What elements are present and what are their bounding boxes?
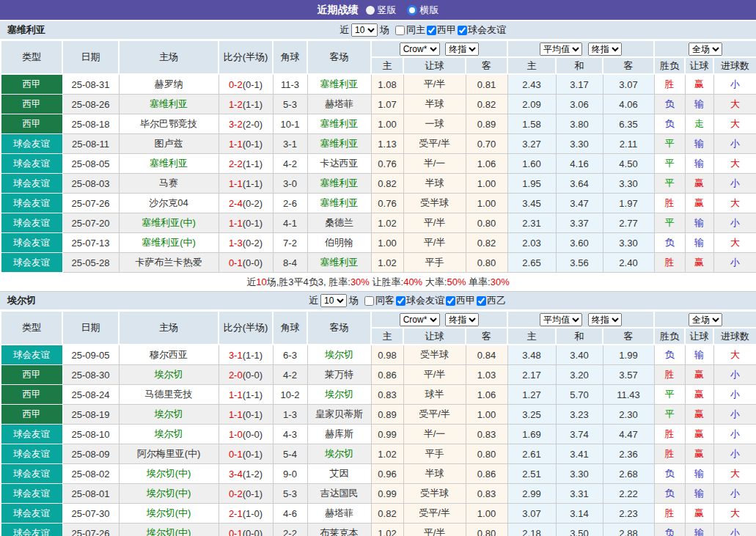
checkbox-input[interactable]: [427, 26, 436, 35]
filter-checkbox[interactable]: 西甲: [444, 294, 475, 307]
avg-type-select[interactable]: 平均值: [540, 43, 582, 56]
same-venue-checkbox[interactable]: [364, 296, 374, 306]
avg-draw-odds: 3.37: [556, 213, 603, 233]
away-team-link[interactable]: 布莱克本: [307, 524, 371, 536]
sub-header-handicap-result: 让球: [685, 57, 713, 74]
odds-away: 0.80: [466, 253, 507, 273]
home-team-link[interactable]: 穆尔西亚: [119, 345, 219, 365]
checkbox-label: 球会友谊: [406, 294, 444, 307]
recent-count-select[interactable]: 10: [320, 294, 347, 307]
home-team-link[interactable]: 马德里竞技: [119, 385, 219, 405]
avg-type-select[interactable]: 平均值: [540, 313, 582, 326]
corner-cell: 10-1: [273, 114, 307, 134]
match-row: 球会友谊25-07-26埃尔切(中)0-1(0-0)2-2布莱克本1.02平/半…: [1, 524, 756, 536]
vertical-layout-radio[interactable]: 竖版: [366, 4, 397, 17]
horizontal-layout-radio[interactable]: 横版: [407, 4, 439, 17]
result-outcome: 胜: [654, 74, 685, 95]
result-handicap: 赢: [685, 385, 713, 405]
result-handicap: 输: [685, 154, 713, 174]
away-team-link[interactable]: 埃尔切: [307, 345, 371, 365]
scope-select[interactable]: 全场: [689, 313, 722, 326]
home-team-link[interactable]: 沙尔克04: [119, 194, 219, 213]
avg-stage-select[interactable]: 终指: [588, 313, 622, 326]
away-team-link[interactable]: 皇家贝蒂斯: [307, 405, 371, 425]
radio-selected-icon[interactable]: [407, 5, 417, 15]
odds-provider-select[interactable]: Crow*: [400, 313, 440, 326]
home-team-link[interactable]: 埃尔切(中): [119, 504, 219, 524]
match-date: 25-08-10: [62, 425, 119, 444]
away-team-link[interactable]: 吉达国民: [307, 484, 371, 504]
home-team-link[interactable]: 埃尔切(中): [119, 524, 219, 536]
handicap-line: 受半球: [403, 484, 466, 504]
away-team-link[interactable]: 塞维利亚: [307, 174, 371, 194]
home-team-link[interactable]: 塞维利亚(中): [119, 233, 219, 253]
checkbox-input[interactable]: [396, 296, 405, 306]
away-team-link[interactable]: 艾因: [307, 464, 371, 484]
summary-text: 近: [246, 276, 256, 287]
home-team-link[interactable]: 毕尔巴鄂竞技: [119, 114, 219, 134]
checkbox-input[interactable]: [458, 26, 467, 35]
avg-away-odds: 6.35: [603, 114, 654, 134]
odds-home: 1.07: [371, 95, 403, 114]
home-team-link[interactable]: 马赛: [119, 174, 219, 194]
home-team-link[interactable]: 埃尔切: [119, 405, 219, 425]
away-team-link[interactable]: 塞维利亚: [307, 134, 371, 154]
checkbox-input[interactable]: [446, 296, 455, 306]
odds-stage-select[interactable]: 终指: [445, 313, 479, 326]
away-team-link[interactable]: 赫库斯: [307, 425, 371, 444]
filter-checkbox[interactable]: 西乙: [475, 294, 506, 307]
home-team-link[interactable]: 赫罗纳: [119, 74, 219, 95]
filter-checkbox[interactable]: 西甲: [425, 23, 456, 37]
scope-select[interactable]: 全场: [689, 43, 722, 56]
away-team-link[interactable]: 塞维利亚: [307, 114, 371, 134]
checkbox-input[interactable]: [477, 296, 486, 306]
filter-checkbox[interactable]: 球会友谊: [456, 23, 506, 37]
fulltime-score: 1-0: [229, 429, 243, 440]
score-cell: 3-4(1-2): [219, 464, 273, 484]
away-team-link[interactable]: 桑德兰: [307, 213, 371, 233]
col-header-corner: 角球: [273, 311, 307, 345]
home-team-link[interactable]: 图卢兹: [119, 134, 219, 154]
odds-away: 0.80: [466, 524, 507, 536]
score-cell: 1-1(0-1): [219, 213, 273, 233]
home-team-link[interactable]: 埃尔切(中): [119, 484, 219, 504]
home-team-link[interactable]: 埃尔切: [119, 425, 219, 444]
avg-away-odds: 3.30: [603, 233, 654, 253]
home-team-link[interactable]: 塞维利亚: [119, 95, 219, 114]
result-outcome: 胜: [654, 253, 685, 273]
odds-stage-select[interactable]: 终指: [445, 43, 479, 56]
filter-checkbox[interactable]: 球会友谊: [394, 294, 444, 307]
home-team-link[interactable]: 阿尔梅里亚(中): [119, 444, 219, 464]
away-team-link[interactable]: 伯明翰: [307, 233, 371, 253]
sub-header-outcome: 胜负: [654, 328, 685, 345]
away-team-link[interactable]: 赫塔菲: [307, 95, 371, 114]
avg-away-odds: 2.36: [603, 444, 654, 464]
corner-cell: 4-2: [273, 154, 307, 174]
col-header-corner: 角球: [273, 40, 307, 74]
away-team-link[interactable]: 塞维利亚: [307, 253, 371, 273]
away-team-link[interactable]: 塞维利亚: [307, 194, 371, 213]
home-team-link[interactable]: 塞维利亚(中): [119, 213, 219, 233]
away-team-link[interactable]: 塞维利亚: [307, 74, 371, 95]
result-handicap: 输: [685, 464, 713, 484]
recent-count-select[interactable]: 10: [351, 23, 378, 37]
odds-away: 0.82: [466, 95, 507, 114]
home-team-link[interactable]: 埃尔切(中): [119, 464, 219, 484]
away-team-link[interactable]: 莱万特: [307, 365, 371, 385]
radio-icon[interactable]: [366, 6, 375, 15]
away-team-link[interactable]: 赫塔菲: [307, 504, 371, 524]
home-team-link[interactable]: 卡萨布兰卡热爱: [119, 253, 219, 273]
avg-away-odds: 4.06: [603, 95, 654, 114]
odds-away: 0.89: [466, 114, 507, 134]
same-venue-checkbox[interactable]: [395, 26, 405, 35]
result-outcome: 平: [654, 405, 685, 425]
away-team-link[interactable]: 卡达西亚: [307, 154, 371, 174]
summary-text: 单率:: [466, 276, 490, 287]
home-team-link[interactable]: 塞维利亚: [119, 154, 219, 174]
away-team-link[interactable]: 埃尔切: [307, 444, 371, 464]
avg-stage-select[interactable]: 终指: [588, 43, 622, 56]
away-team-link[interactable]: 埃尔切: [307, 385, 371, 405]
home-team-link[interactable]: 埃尔切: [119, 365, 219, 385]
result-goals: 小: [713, 365, 756, 385]
odds-provider-select[interactable]: Crow*: [400, 43, 440, 56]
